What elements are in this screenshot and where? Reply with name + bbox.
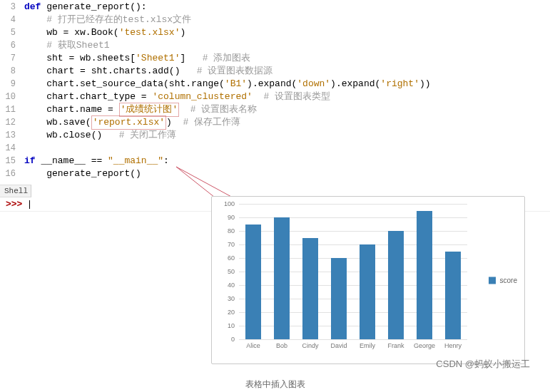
line-number: 5 xyxy=(0,26,20,39)
line-number: 9 xyxy=(0,78,20,91)
bar xyxy=(331,258,347,339)
x-tick: George xyxy=(410,339,439,349)
y-tick: 90 xyxy=(228,214,235,221)
bar xyxy=(274,217,290,339)
line-number: 13 xyxy=(0,129,20,142)
y-tick: 70 xyxy=(228,241,235,248)
y-tick: 60 xyxy=(228,254,235,262)
x-tick: Henry xyxy=(439,339,467,349)
line-number: 7 xyxy=(0,52,20,65)
y-tick: 30 xyxy=(228,295,235,302)
x-tick: Emily xyxy=(353,339,382,349)
legend-swatch-icon xyxy=(489,277,496,284)
code-body[interactable]: def generate_report(): # 打开已经存在的test.xls… xyxy=(24,0,550,180)
x-tick: Frank xyxy=(382,339,410,349)
x-tick: David xyxy=(325,339,353,349)
line-number: 12 xyxy=(0,116,20,129)
bar xyxy=(302,238,318,340)
y-tick: 10 xyxy=(228,322,235,329)
line-number: 10 xyxy=(0,91,20,103)
line-number: 8 xyxy=(0,65,20,78)
x-tick: Cindy xyxy=(296,339,325,349)
bar xyxy=(360,244,375,339)
line-number: 6 xyxy=(0,39,20,52)
chart-preview: 0102030405060708090100AliceBobCindyDavid… xyxy=(211,196,525,364)
y-tick: 80 xyxy=(228,227,235,234)
y-tick: 0 xyxy=(231,336,235,343)
line-number: 11 xyxy=(0,103,20,116)
line-number: 16 xyxy=(0,167,20,180)
y-tick: 20 xyxy=(228,309,235,316)
y-tick: 100 xyxy=(224,200,235,207)
chart-plot-area: 0102030405060708090100AliceBobCindyDavid… xyxy=(239,204,467,339)
line-number: 14 xyxy=(0,142,20,155)
watermark-text: CSDN @蚂蚁小搬运工 xyxy=(436,358,530,371)
shell-tab[interactable]: Shell xyxy=(0,185,31,197)
line-number: 15 xyxy=(0,155,20,167)
bar xyxy=(417,211,432,340)
code-editor: 3 4 5 6 7 8 9 10 11 12 13 14 15 16 def g… xyxy=(0,0,550,180)
x-tick: Bob xyxy=(268,339,296,349)
line-number: 3 xyxy=(0,1,20,14)
figure-caption: 表格中插入图表 xyxy=(245,378,305,391)
x-tick: Alice xyxy=(239,339,268,349)
line-gutter: 3 4 5 6 7 8 9 10 11 12 13 14 15 16 xyxy=(0,0,20,180)
cursor-icon xyxy=(29,200,30,209)
bar xyxy=(445,252,461,340)
bar xyxy=(245,225,261,340)
legend-label: score xyxy=(500,277,517,284)
y-tick: 40 xyxy=(228,282,235,289)
chart-legend: score xyxy=(489,277,517,284)
bar xyxy=(388,231,404,339)
shell-prompt: >>> xyxy=(6,199,28,210)
line-number: 4 xyxy=(0,14,20,26)
y-tick: 50 xyxy=(228,268,235,275)
